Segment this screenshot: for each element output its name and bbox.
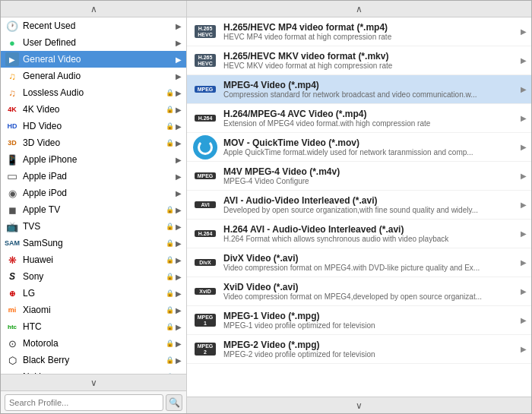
expand-right-icon: ▶ [521, 345, 527, 353]
format-title: M4V MPEG-4 Video (*.m4v) [223, 166, 518, 177]
sidebar-item-general-video[interactable]: ▶ General Video ▶ [1, 51, 186, 68]
right-panel: ∧ H.265HEVC H.265/HEVC MP4 video format … [187, 1, 531, 413]
lock-icon: 🔒 [166, 223, 174, 230]
chevron-up-icon-right: ∧ [356, 4, 363, 14]
expand-arrow-icon: ▶ [176, 323, 182, 331]
format-item-mpeg4-mp4[interactable]: MPEG MPEG-4 Video (*.mp4) Compression st… [187, 75, 531, 104]
lock-icon: 🔒 [166, 306, 174, 314]
expand-arrow-icon: ▶ [176, 72, 182, 81]
format-text: H.264 AVI - Audio-Video Interleaved (*.a… [223, 224, 518, 243]
sidebar-item-huawei[interactable]: ❋ Huawei 🔒 ▶ [1, 251, 186, 268]
mov-icon [192, 136, 219, 159]
sidebar-item-apple-ipad[interactable]: ▭ Apple iPad ▶ [1, 168, 186, 185]
format-badge: AVI [195, 201, 216, 209]
sidebar-item-lossless-audio[interactable]: ♫ Lossless Audio 🔒 ▶ [1, 84, 186, 101]
expand-arrow-icon: ▶ [176, 256, 182, 264]
format-item-divx[interactable]: DivX DivX Video (*.avi) Video compressio… [187, 248, 531, 277]
format-item-h264-avi[interactable]: H.264 H.264 AVI - Audio-Video Interleave… [187, 220, 531, 248]
sidebar-item-motorola[interactable]: ⊙ Motorola 🔒 ▶ [1, 335, 186, 352]
expand-arrow-icon: ▶ [176, 39, 182, 47]
lock-icon: 🔒 [166, 89, 174, 96]
expand-arrow-icon: ▶ [176, 156, 182, 164]
lock-icon: 🔒 [166, 323, 174, 330]
expand-arrow-icon: ▶ [176, 106, 182, 114]
search-input[interactable] [5, 394, 163, 411]
format-badge-icon-mpeg2: MPEG2 [192, 338, 219, 361]
format-badge-icon-mpeg1: MPEG1 [192, 309, 219, 332]
sidebar-item-xiaomi[interactable]: mi Xiaomi 🔒 ▶ [1, 302, 186, 318]
motorola-icon: ⊙ [5, 337, 19, 350]
format-desc: MPEG-4 Video Configure [223, 177, 518, 185]
sidebar-item-nokia[interactable]: ▣ Nokia 🔒 ▶ [1, 368, 186, 374]
format-badge: MPEG1 [195, 314, 216, 327]
format-title: DivX Video (*.avi) [223, 253, 518, 264]
format-item-xvid[interactable]: XviD XviD Video (*.avi) Video compressio… [187, 277, 531, 306]
format-item-mpeg1[interactable]: MPEG1 MPEG-1 Video (*.mpg) MPEG-1 video … [187, 306, 531, 335]
video-icon: ▶ [5, 52, 19, 66]
format-item-hevc-mkv[interactable]: H.265HEVC H.265/HEVC MKV video format (*… [187, 46, 531, 75]
expand-right-icon: ▶ [521, 258, 527, 267]
lock-icon: 🔒 [166, 273, 174, 280]
sidebar-item-sony[interactable]: S Sony 🔒 ▶ [1, 268, 186, 285]
format-text: MPEG-4 Video (*.mp4) Compression standar… [223, 80, 518, 99]
sidebar-item-apple-iphone[interactable]: 📱 Apple iPhone ▶ [1, 151, 186, 168]
left-scroll-down[interactable]: ∨ [1, 374, 186, 390]
expand-right-icon: ▶ [521, 85, 527, 93]
expand-arrow-icon: ▶ [176, 22, 182, 30]
format-text: H.265/HEVC MP4 video format (*.mp4) HEVC… [223, 22, 518, 41]
sidebar-item-hd-video[interactable]: HD HD Video 🔒 ▶ [1, 118, 186, 134]
right-scroll-up[interactable]: ∧ [187, 1, 531, 17]
left-panel: ∧ 🕐 Recent Used ▶ ● User Defined ▶ ▶ Gen… [1, 1, 187, 413]
format-item-mpeg2[interactable]: MPEG2 MPEG-2 Video (*.mpg) MPEG-2 video … [187, 335, 531, 364]
3d-icon: 3D [5, 136, 19, 150]
format-text: H.265/HEVC MKV video format (*.mkv) HEVC… [223, 51, 518, 70]
format-text: DivX Video (*.avi) Video compression for… [223, 253, 518, 272]
expand-arrow-icon: ▶ [176, 206, 182, 214]
sidebar-item-tvs[interactable]: 📺 TVS 🔒 ▶ [1, 218, 186, 235]
sidebar-item-3d-video[interactable]: 3D 3D Video 🔒 ▶ [1, 134, 186, 151]
sidebar-item-label: Apple TV [23, 204, 166, 215]
format-badge-icon-m4v-mpeg4: MPEG [192, 165, 219, 188]
search-button[interactable]: 🔍 [166, 394, 182, 411]
format-item-h264-avc[interactable]: H.264 H.264/MPEG-4 AVC Video (*.mp4) Ext… [187, 104, 531, 133]
lossless-icon: ♫ [5, 86, 19, 100]
right-scroll-down[interactable]: ∨ [187, 397, 531, 413]
sidebar-item-apple-ipod[interactable]: ◉ Apple iPod ▶ [1, 185, 186, 201]
lock-icon: 🔒 [166, 356, 174, 364]
format-item-hevc-mp4[interactable]: H.265HEVC H.265/HEVC MP4 video format (*… [187, 17, 531, 46]
search-bar: 🔍 [1, 390, 186, 413]
format-title: MPEG-4 Video (*.mp4) [223, 80, 518, 90]
expand-arrow-icon: ▶ [176, 239, 182, 248]
lock-icon: 🔒 [166, 256, 174, 264]
format-badge: H.264 [195, 115, 216, 122]
sidebar-item-apple-tv[interactable]: ◼ Apple TV 🔒 ▶ [1, 201, 186, 218]
lock-icon: 🔒 [166, 106, 174, 113]
format-item-m4v-mpeg4[interactable]: MPEG M4V MPEG-4 Video (*.m4v) MPEG-4 Vid… [187, 162, 531, 191]
sidebar-item-label: Huawei [23, 254, 166, 265]
sidebar-item-user-defined[interactable]: ● User Defined ▶ [1, 34, 186, 51]
sidebar-item-general-audio[interactable]: ♫ General Audio ▶ [1, 68, 186, 84]
huawei-icon: ❋ [5, 253, 19, 267]
xiaomi-icon: mi [5, 303, 19, 317]
expand-arrow-icon: ▶ [176, 306, 182, 314]
expand-arrow-icon: ▶ [176, 189, 182, 198]
format-item-avi[interactable]: AVI AVI - Audio-Video Interleaved (*.avi… [187, 191, 531, 220]
sidebar-item-lg[interactable]: ⊕ LG 🔒 ▶ [1, 285, 186, 302]
format-title: H.265/HEVC MP4 video format (*.mp4) [223, 22, 518, 33]
format-desc: Video compression format on MPEG4.with D… [223, 264, 518, 272]
format-desc: MPEG-2 video profile optimized for telev… [223, 350, 518, 359]
sidebar-item-samsung[interactable]: SAM SamSung 🔒 ▶ [1, 235, 186, 251]
sidebar-item-blackberry[interactable]: ⬡ Black Berry 🔒 ▶ [1, 352, 186, 368]
sidebar-item-label: Black Berry [23, 355, 166, 365]
format-item-mov[interactable]: MOV - QuickTime Video (*.mov) Apple Quic… [187, 133, 531, 162]
format-text: MPEG-1 Video (*.mpg) MPEG-1 video profil… [223, 311, 518, 330]
chevron-down-icon-right: ∨ [356, 400, 363, 411]
sidebar-item-4k-video[interactable]: 4K 4K Video 🔒 ▶ [1, 101, 186, 118]
left-scroll-up[interactable]: ∧ [1, 1, 186, 17]
sidebar-item-recent-used[interactable]: 🕐 Recent Used ▶ [1, 17, 186, 34]
audio-icon: ♫ [5, 69, 19, 83]
sidebar-item-label: User Defined [23, 37, 174, 48]
format-badge-icon-avi: AVI [192, 194, 219, 216]
expand-right-icon: ▶ [521, 201, 527, 209]
sidebar-item-htc[interactable]: htc HTC 🔒 ▶ [1, 318, 186, 335]
